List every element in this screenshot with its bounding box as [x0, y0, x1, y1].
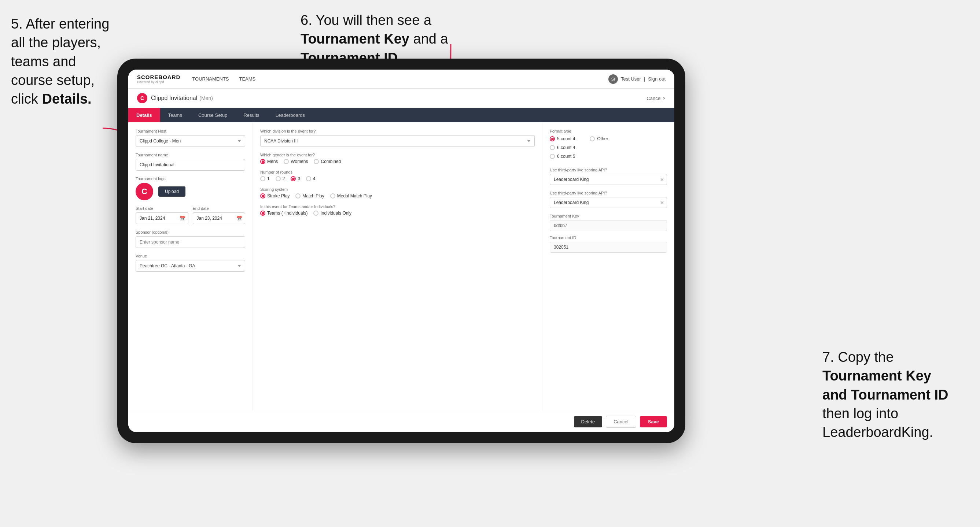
third-party-2-label: Use third-party live scoring API? — [550, 191, 667, 195]
format-6count5[interactable]: 6 count 5 — [550, 154, 575, 159]
division-select[interactable]: NCAA Division III — [260, 135, 535, 147]
round-1[interactable]: 1 — [260, 176, 270, 181]
tournament-host-group: Tournament Host Clippd College - Men — [135, 129, 245, 147]
sponsor-input[interactable] — [135, 236, 245, 248]
annotation-top-left: 5. After entering all the players, teams… — [11, 15, 114, 108]
third-party-2-clear[interactable]: ✕ — [660, 200, 664, 205]
rounds-radio-group: 1 2 3 4 — [260, 176, 535, 181]
scoring-label: Scoring system — [260, 187, 535, 192]
teams-plus-radio[interactable] — [260, 211, 265, 216]
third-party-2-input[interactable] — [550, 197, 667, 208]
tournament-host-select[interactable]: Clippd College - Men — [135, 135, 245, 147]
scoring-medal-radio[interactable] — [330, 194, 335, 198]
third-party-1-clear[interactable]: ✕ — [660, 177, 664, 183]
sign-out-link[interactable]: Sign out — [648, 76, 665, 82]
teams-group: Is this event for Teams and/or Individua… — [260, 204, 535, 216]
scoring-medal[interactable]: Medal Match Play — [330, 194, 372, 198]
tournament-name-label: Tournament name — [135, 153, 245, 157]
tournament-title: Clippd Invitational — [151, 95, 197, 102]
gender-womens[interactable]: Womens — [284, 159, 308, 164]
format-5count4[interactable]: 5 count 4 — [550, 136, 575, 141]
annotation-line5: click Details. — [11, 91, 92, 106]
individuals-only-radio[interactable] — [313, 211, 318, 216]
tab-course-setup[interactable]: Course Setup — [190, 108, 235, 122]
tournament-logo-label: Tournament logo — [135, 176, 245, 181]
tournament-key-label: Tournament Key — [550, 214, 667, 218]
individuals-only[interactable]: Individuals Only — [313, 211, 352, 216]
upload-button[interactable]: Upload — [158, 186, 185, 197]
round-4-radio[interactable] — [306, 176, 311, 181]
scoring-group: Scoring system Stroke Play Match Play — [260, 187, 535, 198]
end-calendar-icon: 📅 — [236, 216, 242, 221]
tournament-id-value: 302051 — [550, 242, 667, 253]
logo-sub: Powered by clippd — [137, 80, 180, 84]
cancel-button[interactable]: Cancel — [606, 416, 636, 428]
format-other[interactable]: Other — [590, 136, 608, 141]
tab-leaderboards[interactable]: Leaderboards — [267, 108, 313, 122]
teams-label: Is this event for Teams and/or Individua… — [260, 204, 535, 209]
teams-plus-individuals[interactable]: Teams (+Individuals) — [260, 211, 307, 216]
round-2[interactable]: 2 — [275, 176, 285, 181]
gender-combined-radio[interactable] — [314, 159, 319, 164]
third-party-1-field: ✕ — [550, 174, 667, 185]
end-date-label: End date — [193, 206, 245, 211]
venue-label: Venue — [135, 254, 245, 258]
gender-combined[interactable]: Combined — [314, 159, 341, 164]
round-2-radio[interactable] — [275, 176, 281, 181]
gender-womens-radio[interactable] — [284, 159, 289, 164]
tab-details[interactable]: Details — [128, 108, 160, 122]
nav-link-tournaments[interactable]: TOURNAMENTS — [192, 76, 229, 82]
gender-mens-radio[interactable] — [260, 159, 265, 164]
venue-select[interactable]: Peachtree GC - Atlanta - GA — [135, 260, 245, 272]
save-button[interactable]: Save — [640, 416, 667, 427]
venue-group: Venue Peachtree GC - Atlanta - GA — [135, 254, 245, 272]
third-party-2-group: Use third-party live scoring API? ✕ — [550, 191, 667, 208]
format-5count4-radio[interactable] — [550, 136, 555, 141]
rounds-label: Number of rounds — [260, 170, 535, 174]
middle-column: Which division is the event for? NCAA Di… — [253, 122, 542, 411]
tournament-name-input[interactable] — [135, 159, 245, 171]
calendar-icon: 📅 — [180, 216, 185, 221]
annotation-line2: all the players, — [11, 35, 101, 50]
nav-links: TOURNAMENTS TEAMS — [192, 76, 608, 82]
round-4[interactable]: 4 — [306, 176, 315, 181]
gender-radio-group: Mens Womens Combined — [260, 159, 535, 164]
tab-results[interactable]: Results — [235, 108, 267, 122]
user-area: SI Test User | Sign out — [608, 75, 665, 84]
annotation-line1: 5. After entering — [11, 16, 109, 32]
format-other-radio[interactable] — [590, 136, 595, 141]
user-name: Test User — [621, 76, 641, 82]
top-nav: SCOREBOARD Powered by clippd TOURNAMENTS… — [128, 70, 675, 89]
round-3[interactable]: 3 — [291, 176, 300, 181]
format-type-label: Format type — [550, 129, 667, 133]
tab-teams[interactable]: Teams — [160, 108, 190, 122]
nav-link-teams[interactable]: TEAMS — [239, 76, 256, 82]
teams-radio-group: Teams (+Individuals) Individuals Only — [260, 211, 535, 216]
round-3-radio[interactable] — [291, 176, 296, 181]
round-1-radio[interactable] — [260, 176, 265, 181]
third-party-1-label: Use third-party live scoring API? — [550, 168, 667, 172]
gender-mens[interactable]: Mens — [260, 159, 278, 164]
scoring-match-radio[interactable] — [295, 194, 301, 198]
format-6count5-radio[interactable] — [550, 154, 555, 159]
date-row: Start date 📅 End date 📅 — [135, 206, 245, 224]
start-date-label: Start date — [135, 206, 188, 211]
delete-button[interactable]: Delete — [574, 416, 603, 427]
third-party-1-group: Use third-party live scoring API? ✕ — [550, 168, 667, 185]
third-party-1-input[interactable] — [550, 174, 667, 185]
format-6count4-radio[interactable] — [550, 145, 555, 150]
format-6count4[interactable]: 6 count 4 — [550, 145, 575, 150]
scoring-match[interactable]: Match Play — [295, 194, 324, 198]
tournament-logo-icon: C — [137, 93, 147, 103]
left-column: Tournament Host Clippd College - Men Tou… — [128, 122, 253, 411]
format-right-options: Other — [590, 136, 608, 163]
sponsor-label: Sponsor (optional) — [135, 230, 245, 234]
tournament-header: C Clippd Invitational (Men) Cancel × — [128, 89, 675, 108]
logo-upload-area: C Upload — [135, 183, 245, 200]
scoring-stroke[interactable]: Stroke Play — [260, 194, 290, 198]
division-label: Which division is the event for? — [260, 129, 535, 133]
scoring-stroke-radio[interactable] — [260, 194, 265, 198]
cancel-top-button[interactable]: Cancel × — [646, 95, 665, 101]
gender-group: Which gender is the event for? Mens Wome… — [260, 153, 535, 164]
pipe: | — [644, 76, 645, 82]
